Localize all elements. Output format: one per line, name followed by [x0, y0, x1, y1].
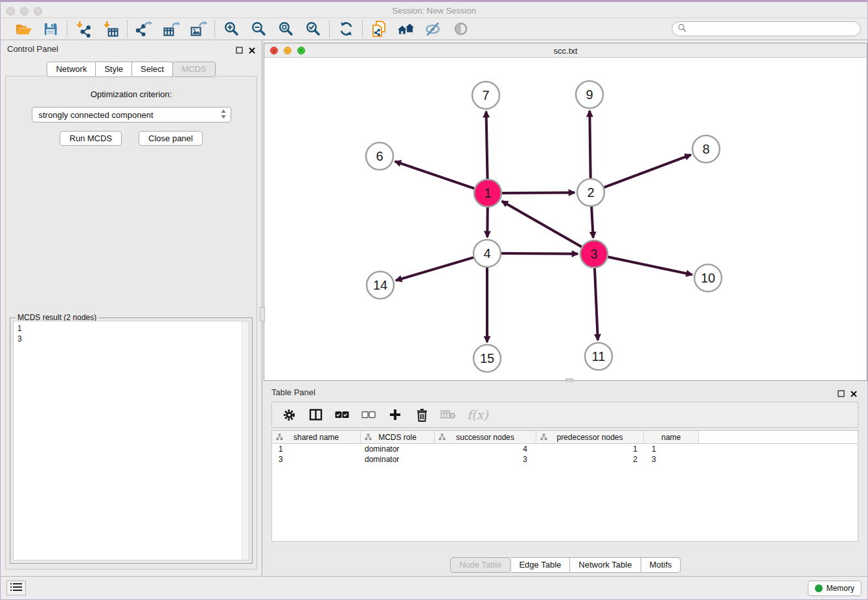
column-header-predecessor-nodes[interactable]: predecessor nodes [536, 431, 644, 443]
edge-3-10[interactable] [608, 257, 692, 275]
delete-column-icon[interactable] [414, 407, 429, 422]
window-titlebar: Session: New Session [1, 0, 867, 18]
column-header-name[interactable]: name [644, 431, 699, 443]
hierarchy-icon [540, 433, 547, 443]
svg-text:10: 10 [701, 271, 715, 285]
table-settings-icon[interactable] [281, 407, 297, 422]
node-11[interactable]: 11 [585, 343, 612, 370]
criterion-select[interactable]: strongly connected component [32, 107, 231, 122]
zoom-fit-icon[interactable] [277, 20, 295, 38]
column-header-mcds-role[interactable]: MCDS role [361, 431, 435, 443]
mcds-result-text: 1 3 [14, 321, 241, 560]
export-image-icon[interactable] [189, 20, 207, 38]
close-panel-icon[interactable] [249, 45, 255, 56]
edge-1-7[interactable] [486, 111, 488, 179]
edge-1-6[interactable] [395, 161, 475, 189]
panel-splitter-handle[interactable] [260, 307, 265, 321]
node-15[interactable]: 15 [474, 345, 501, 372]
save-session-icon[interactable] [41, 20, 60, 38]
zoom-out-icon[interactable] [249, 20, 268, 38]
edge-2-8[interactable] [604, 155, 691, 187]
task-history-button[interactable] [6, 581, 26, 595]
close-table-panel-icon[interactable] [851, 388, 857, 400]
svg-text:8: 8 [702, 142, 709, 156]
criterion-selected-value: strongly connected component [39, 110, 220, 120]
table-cell: 2 [536, 454, 644, 465]
node-8[interactable]: 8 [692, 135, 720, 163]
refresh-icon[interactable] [337, 20, 355, 38]
tab-style[interactable]: Style [96, 62, 132, 77]
table-toolbar: f(x) [271, 402, 858, 428]
column-header-successor-nodes[interactable]: successor nodes [435, 431, 536, 443]
table-row[interactable]: 1dominator411 [272, 444, 858, 454]
eye-slash-icon[interactable] [424, 20, 442, 38]
export-table-icon[interactable] [162, 20, 180, 38]
node-6[interactable]: 6 [366, 143, 393, 170]
node-3[interactable]: 3 [580, 240, 608, 268]
window-title: Session: New Session [1, 6, 867, 16]
run-mcds-button[interactable]: Run MCDS [60, 131, 122, 146]
zoom-selected-icon[interactable] [304, 20, 322, 38]
control-panel-tabs: Network Style Select MCDS [1, 62, 262, 77]
import-network-icon[interactable] [74, 20, 93, 38]
memory-button[interactable]: Memory [808, 581, 862, 596]
add-column-icon[interactable] [387, 407, 403, 422]
show-columns-icon[interactable] [308, 407, 323, 422]
svg-text:11: 11 [592, 349, 606, 363]
edge-1-2[interactable] [502, 192, 575, 193]
edge-2-3[interactable] [591, 207, 593, 238]
houses-icon[interactable] [397, 20, 415, 38]
node-10[interactable]: 10 [694, 264, 722, 292]
tab-node-table[interactable]: Node Table [450, 557, 511, 573]
control-panel: Control Panel Network Style Select MCDS … [1, 40, 262, 576]
hierarchy-icon [365, 433, 372, 443]
tab-motifs[interactable]: Motifs [641, 557, 681, 573]
float-table-panel-icon[interactable] [838, 388, 845, 400]
tab-edge-table[interactable]: Edge Table [510, 557, 570, 573]
edge-3-11[interactable] [595, 268, 598, 340]
import-table-icon[interactable] [102, 20, 120, 38]
tab-network-table[interactable]: Network Table [570, 557, 641, 573]
edge-1-4[interactable] [487, 207, 488, 237]
mcds-result-group: MCDS result (2 nodes) 1 3 [10, 317, 253, 564]
tab-network[interactable]: Network [47, 62, 96, 77]
network-canvas[interactable]: 7968124314101511 [264, 58, 867, 380]
node-7[interactable]: 7 [472, 82, 499, 109]
column-header-shared-name[interactable]: shared name [272, 431, 361, 443]
deselect-all-columns-icon[interactable] [361, 407, 376, 422]
eye-icon[interactable] [451, 20, 470, 38]
table-row[interactable]: 3dominator323 [272, 454, 858, 465]
table-cell: 3 [644, 454, 699, 465]
node-4[interactable]: 4 [474, 240, 501, 267]
select-all-columns-icon[interactable] [334, 407, 350, 422]
edge-4-14[interactable] [396, 257, 474, 281]
application-window: Session: New Session [0, 0, 868, 600]
close-panel-button[interactable]: Close panel [139, 131, 203, 146]
table-rows: 1dominator4113dominator323 [272, 444, 858, 465]
node-9[interactable]: 9 [576, 81, 603, 108]
result-scrollbar[interactable] [242, 321, 249, 560]
svg-text:4: 4 [483, 246, 490, 260]
node-14[interactable]: 14 [367, 271, 394, 299]
table-cell: 1 [272, 444, 361, 454]
edge-2-9[interactable] [589, 111, 590, 178]
export-network-icon[interactable] [135, 20, 153, 38]
zoom-in-icon[interactable] [222, 20, 240, 38]
edge-3-1[interactable] [502, 201, 582, 247]
network-window-titlebar: x − + scc.txt [264, 43, 867, 58]
float-panel-icon[interactable] [236, 45, 243, 56]
tab-select[interactable]: Select [132, 62, 173, 77]
optimization-criterion-label: Optimization criterion: [6, 89, 257, 99]
tab-mcds[interactable]: MCDS [173, 62, 215, 77]
node-2[interactable]: 2 [577, 179, 604, 206]
table-panel-title: Table Panel [271, 387, 315, 397]
edge-4-3[interactable] [501, 253, 578, 254]
select-stepper-icon [220, 109, 227, 121]
network-window-title: scc.txt [264, 46, 867, 56]
node-1[interactable]: 1 [474, 179, 501, 207]
search-input[interactable] [687, 23, 860, 35]
open-session-icon[interactable] [14, 20, 32, 38]
new-network-file-icon[interactable] [370, 20, 388, 38]
control-panel-title: Control Panel [7, 44, 58, 54]
svg-text:2: 2 [587, 185, 594, 200]
